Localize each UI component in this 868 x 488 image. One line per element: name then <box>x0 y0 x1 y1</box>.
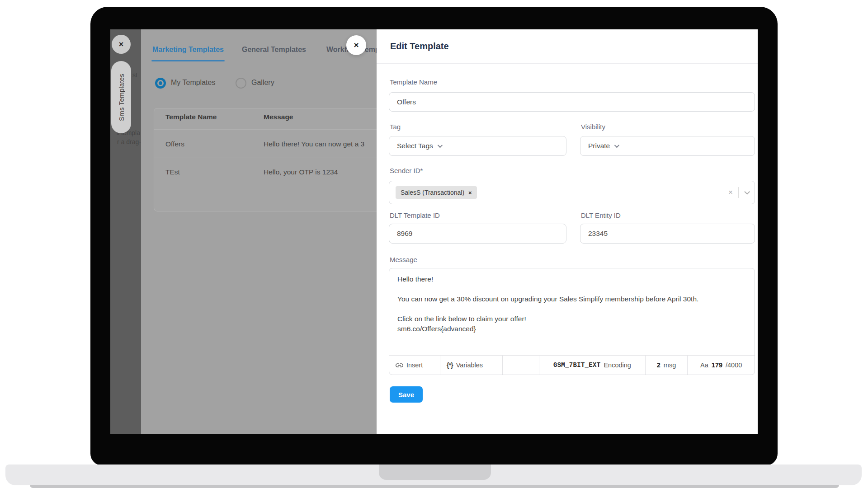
drawer-close-button[interactable]: × <box>346 35 366 55</box>
radio-my-templates[interactable] <box>155 78 166 89</box>
chevron-down-icon <box>614 143 619 148</box>
link-icon <box>396 361 403 369</box>
visibility-select-value: Private <box>588 142 610 150</box>
template-name-value: Offers <box>397 98 416 106</box>
table-divider <box>154 129 393 130</box>
dlt-template-id-label: DLT Template ID <box>390 211 440 219</box>
insert-button[interactable]: Insert <box>389 356 440 375</box>
clipped-text-fragment: r a drag- <box>110 138 141 145</box>
laptop-base-edge <box>30 485 839 488</box>
control-divider <box>738 187 739 198</box>
sender-id-multiselect[interactable]: SalesS (Transactional) × × <box>389 181 755 204</box>
sender-id-chip-label: SalesS (Transactional) <box>401 189 464 196</box>
dlt-entity-id-input[interactable]: 23345 <box>580 224 755 244</box>
message-count: 2 <box>657 361 660 369</box>
message-toolbar: Insert {*} Variables GSM_7BIT_EXT Encodi… <box>389 355 755 375</box>
encoding-label: Encoding <box>604 361 631 369</box>
column-header-message: Message <box>264 113 293 121</box>
side-panel-close-button[interactable]: × <box>112 35 131 54</box>
template-name-input[interactable]: Offers <box>389 92 755 112</box>
message-textarea[interactable]: Hello there! You can now get a 30% disco… <box>389 268 755 355</box>
templates-table: Template Name Message Offers Hello there… <box>154 108 393 211</box>
message-editor: Hello there! You can now get a 30% disco… <box>389 268 755 375</box>
active-tab-underline <box>151 60 225 61</box>
chip-remove-icon[interactable]: × <box>468 189 472 196</box>
character-limit: /4000 <box>726 361 742 369</box>
table-row-cell[interactable]: TEst <box>165 168 180 176</box>
radio-dot <box>159 81 162 85</box>
edit-template-drawer: Edit Template Template Name Offers Tag S… <box>377 29 758 434</box>
sender-id-label: Sender ID* <box>390 167 423 174</box>
table-row-cell[interactable]: Offers <box>165 140 184 148</box>
aa-icon: Aa <box>700 361 708 369</box>
drawer-title: Edit Template <box>390 41 449 52</box>
table-row-cell[interactable]: Hello there! You can now get a 3 <box>264 140 364 148</box>
variables-icon: {*} <box>447 361 453 369</box>
table-row-cell[interactable]: Hello, your OTP is 1234 <box>264 168 338 176</box>
chevron-down-icon <box>438 143 443 148</box>
tab-general-templates[interactable]: General Templates <box>242 46 306 54</box>
save-button[interactable]: Save <box>390 386 423 403</box>
variables-label: Variables <box>456 361 483 369</box>
page: st ll templa r a drag- × Sms Templates M… <box>0 0 868 488</box>
dlt-template-id-value: 8969 <box>397 230 412 238</box>
chevron-down-icon[interactable] <box>744 189 750 195</box>
tag-label: Tag <box>390 123 401 131</box>
sender-id-controls: × <box>728 187 748 198</box>
app-screen: st ll templa r a drag- × Sms Templates M… <box>110 29 758 434</box>
radio-ring <box>157 80 164 86</box>
encoding-indicator: GSM_7BIT_EXT Encoding <box>539 356 645 375</box>
character-count-indicator: Aa 179 /4000 <box>688 356 755 375</box>
radio-gallery-label[interactable]: Gallery <box>251 79 274 87</box>
radio-gallery[interactable] <box>236 78 246 89</box>
message-label: Message <box>390 256 417 263</box>
laptop-notch <box>379 465 491 480</box>
variables-button[interactable]: {*} Variables <box>440 356 503 375</box>
close-icon: × <box>119 40 124 49</box>
message-count-label: msg <box>664 361 676 369</box>
radio-my-templates-label[interactable]: My Templates <box>171 79 215 87</box>
close-icon: × <box>354 40 359 50</box>
sms-templates-drag-tab-label: Sms Templates <box>118 74 125 121</box>
insert-label: Insert <box>406 361 423 369</box>
template-name-label: Template Name <box>390 78 437 86</box>
encoding-value: GSM_7BIT_EXT <box>553 361 600 369</box>
message-count-indicator: 2 msg <box>646 356 688 375</box>
table-divider <box>154 158 393 158</box>
dlt-template-id-input[interactable]: 8969 <box>389 224 566 244</box>
tab-marketing-templates[interactable]: Marketing Templates <box>152 46 224 54</box>
drawer-header-divider <box>377 63 758 64</box>
tag-select[interactable]: Select Tags <box>389 136 566 156</box>
clear-all-icon[interactable]: × <box>728 188 733 197</box>
column-header-template-name: Template Name <box>165 113 217 121</box>
sms-templates-drag-tab[interactable]: Sms Templates <box>111 61 131 133</box>
visibility-select[interactable]: Private <box>580 136 755 156</box>
dlt-entity-id-value: 23345 <box>588 230 608 238</box>
toolbar-spacer <box>503 356 539 375</box>
sender-id-chip: SalesS (Transactional) × <box>396 186 477 199</box>
character-count: 179 <box>712 361 722 369</box>
tag-select-value: Select Tags <box>397 142 433 150</box>
dlt-entity-id-label: DLT Entity ID <box>581 211 621 219</box>
visibility-label: Visibility <box>581 123 605 131</box>
